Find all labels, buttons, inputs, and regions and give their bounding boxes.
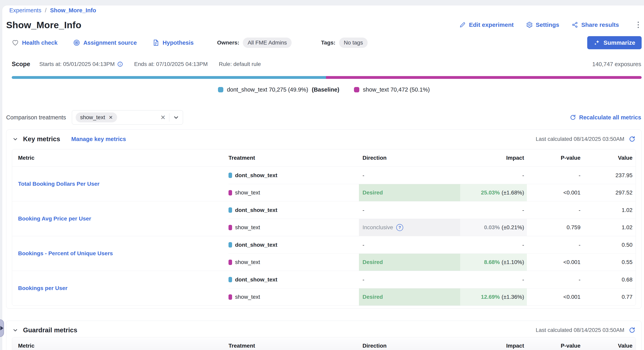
last-calculated-text: Last calculated 08/14/2025 03:50AM <box>536 327 624 333</box>
comparison-treatments-label: Comparison treatments <box>6 114 66 121</box>
direction-cell: Inconclusive ? <box>359 219 460 236</box>
metric-row-group: Total Booking Dollars Per User dont_show… <box>12 166 636 201</box>
treatment-cell: show_text <box>228 288 359 305</box>
metric-link[interactable]: Total Booking Dollars Per User <box>18 181 100 187</box>
direction-cell: Desired <box>359 184 460 201</box>
treatment-color-swatch <box>354 87 359 92</box>
header-actions: Edit experiment Settings Share results <box>459 21 640 29</box>
meta-row: Health check Assignment source Hypothesi… <box>12 37 642 49</box>
legend-item-treatment: show_text 70,472 (50.1%) <box>354 86 430 93</box>
treatment-cell: dont_show_text <box>228 167 359 184</box>
guardrail-metrics-title: Guardrail metrics <box>23 326 77 334</box>
info-icon[interactable] <box>117 61 123 67</box>
p-value-cell: 0.759 <box>527 219 586 236</box>
share-results-button[interactable]: Share results <box>572 22 619 28</box>
exposures-count: 140,747 exposures <box>592 61 641 68</box>
allocation-legend: dont_show_text 70,275 (49.9%) (Baseline)… <box>6 86 642 94</box>
assignment-source-link[interactable]: Assignment source <box>73 39 137 46</box>
guardrail-metrics-table: Metric Treatment Direction Impact P-valu… <box>12 337 636 350</box>
recalculate-all-metrics-button[interactable]: Recalculate all metrics <box>570 114 641 121</box>
tags-field: Tags: No tags <box>321 38 368 48</box>
pencil-icon <box>459 22 466 28</box>
value-cell: 297.52 <box>586 184 636 201</box>
summarize-button[interactable]: Summarize <box>587 36 642 49</box>
metric-link[interactable]: Bookings per User <box>18 285 68 291</box>
owners-field: Owners: All FME Admins <box>217 38 292 48</box>
owners-value-pill[interactable]: All FME Admins <box>243 38 292 48</box>
breadcrumb-current-link[interactable]: Show_More_Info <box>50 7 96 14</box>
expand-panel-button[interactable] <box>0 319 4 337</box>
key-metrics-card: Key metrics Manage key metrics Last calc… <box>6 130 642 309</box>
baseline-badge: (Baseline) <box>312 86 339 93</box>
document-icon <box>152 39 160 46</box>
direction-cell: Desired <box>359 253 460 271</box>
health-check-link[interactable]: Health check <box>12 39 58 46</box>
chip-remove-icon[interactable]: ✕ <box>108 115 113 120</box>
treatment-cell: show_text <box>228 184 359 201</box>
chevron-down-icon[interactable] <box>173 114 179 121</box>
metric-row-group: Booking Avg Price per User dont_show_tex… <box>12 201 636 236</box>
hypothesis-link[interactable]: Hypothesis <box>152 39 194 46</box>
direction-cell: Desired <box>359 288 460 305</box>
right-triangle-icon <box>0 326 3 330</box>
treatment-chip[interactable]: show_text ✕ <box>76 112 117 122</box>
heart-icon <box>12 39 19 46</box>
metric-link[interactable]: Booking Avg Price per User <box>18 215 91 222</box>
impact-cell: - <box>460 236 527 253</box>
breadcrumb-experiments-link[interactable]: Experiments <box>9 7 41 14</box>
sparkles-icon <box>594 39 600 46</box>
p-value-cell: <0.001 <box>527 184 586 201</box>
value-cell: 0.55 <box>586 253 636 271</box>
scope-rule: Rule: default rule <box>219 61 261 67</box>
clear-all-icon[interactable]: ✕ <box>160 114 166 121</box>
legend-item-baseline: dont_show_text 70,275 (49.9%) (Baseline) <box>218 86 339 93</box>
main-content: Experiments / Show_More_Info Show_More_I… <box>2 5 644 350</box>
impact-cell: - <box>460 167 527 184</box>
metric-link[interactable]: Bookings - Percent of Unique Users <box>18 250 113 257</box>
collapse-chevron-icon[interactable] <box>12 327 18 333</box>
question-circle-icon[interactable]: ? <box>396 224 403 231</box>
direction-cell: - <box>359 271 460 288</box>
impact-cell: - <box>460 271 527 288</box>
table-header: Metric Treatment Direction Impact P-valu… <box>12 149 636 166</box>
tags-value-pill[interactable]: No tags <box>339 38 368 48</box>
scope-row: Scope Starts at: 05/01/2025 04:13PM Ends… <box>12 60 642 69</box>
impact-cell: 12.69%(±1.36%) <box>460 288 527 305</box>
p-value-cell: <0.001 <box>527 253 586 271</box>
key-metrics-title: Key metrics <box>23 135 60 143</box>
title-row: Show_More_Info Edit experiment Settings … <box>6 19 642 31</box>
page-title: Show_More_Info <box>6 20 82 30</box>
p-value-cell: <0.001 <box>527 288 586 305</box>
comparison-row: Comparison treatments show_text ✕ ✕ Reca… <box>6 110 642 125</box>
scope-label: Scope <box>12 61 30 68</box>
allocation-bar <box>12 76 642 79</box>
share-icon <box>572 22 578 28</box>
treatment-cell: dont_show_text <box>228 271 359 288</box>
impact-cell: 25.03%(±1.68%) <box>460 184 527 201</box>
breadcrumb: Experiments / Show_More_Info <box>9 7 642 14</box>
p-value-cell: - <box>527 167 586 184</box>
last-calculated-text: Last calculated 08/14/2025 03:50AM <box>536 136 624 142</box>
edit-experiment-button[interactable]: Edit experiment <box>459 22 514 28</box>
scope-ends: Ends at: 07/10/2025 04:13PM <box>134 61 208 67</box>
value-cell: 0.68 <box>586 271 636 288</box>
treatment-cell: dont_show_text <box>228 236 359 253</box>
value-cell: 0.77 <box>586 288 636 305</box>
direction-cell: - <box>359 201 460 219</box>
metric-row-group: Bookings per User dont_show_text - - - 0… <box>12 271 636 305</box>
impact-cell: 8.68%(±1.10%) <box>460 253 527 271</box>
guardrail-metrics-card: Guardrail metrics Last calculated 08/14/… <box>6 320 642 350</box>
manage-key-metrics-link[interactable]: Manage key metrics <box>71 136 126 142</box>
more-menu-button[interactable] <box>636 21 640 29</box>
p-value-cell: - <box>527 271 586 288</box>
treatment-cell: dont_show_text <box>228 201 359 219</box>
collapse-chevron-icon[interactable] <box>12 136 18 142</box>
refresh-icon[interactable] <box>629 136 636 142</box>
scope-starts: Starts at: 05/01/2025 04:13PM <box>39 61 123 67</box>
comparison-treatments-select[interactable]: show_text ✕ ✕ <box>72 110 183 125</box>
refresh-icon[interactable] <box>629 327 636 333</box>
owners-label: Owners: <box>217 40 239 46</box>
p-value-cell: - <box>527 236 586 253</box>
tags-label: Tags: <box>321 40 336 46</box>
settings-button[interactable]: Settings <box>526 22 559 28</box>
